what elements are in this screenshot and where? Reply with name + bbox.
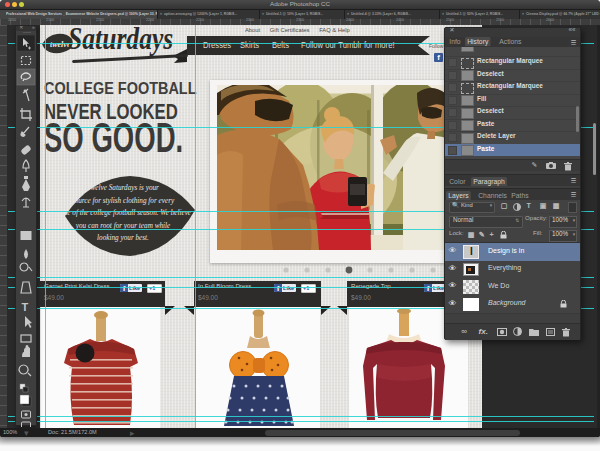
svg-text:T: T	[22, 301, 29, 313]
